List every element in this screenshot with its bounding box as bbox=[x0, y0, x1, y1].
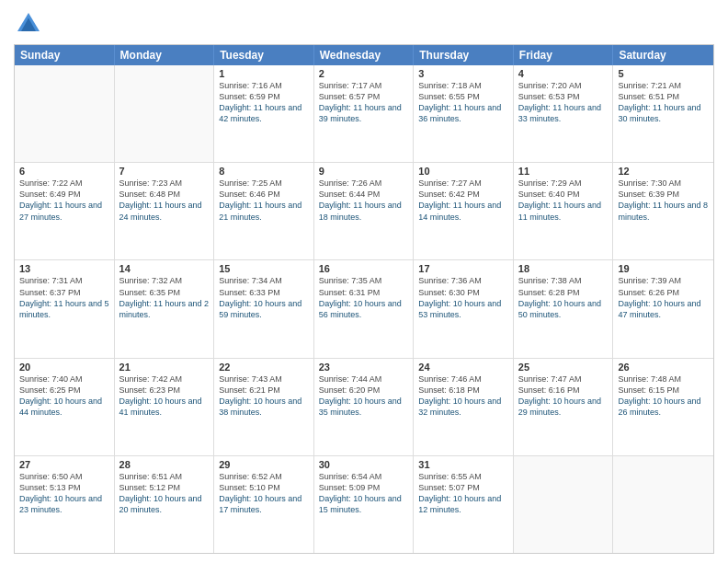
cell-info: Sunrise: 7:34 AMSunset: 6:33 PMDaylight:… bbox=[219, 275, 309, 320]
day-number: 13 bbox=[19, 263, 109, 274]
cell-info: Sunrise: 7:48 AMSunset: 6:15 PMDaylight:… bbox=[618, 373, 709, 419]
cell-info: Sunrise: 7:44 AMSunset: 6:20 PMDaylight:… bbox=[319, 373, 409, 419]
calendar-cell: 26Sunrise: 7:48 AMSunset: 6:15 PMDayligh… bbox=[613, 359, 713, 455]
cell-info: Sunrise: 6:55 AMSunset: 5:07 PMDaylight:… bbox=[418, 471, 508, 516]
day-number: 17 bbox=[418, 263, 508, 274]
cell-info: Sunrise: 7:43 AMSunset: 6:21 PMDaylight:… bbox=[219, 373, 309, 419]
cell-info: Sunrise: 7:30 AMSunset: 6:39 PMDaylight:… bbox=[618, 178, 709, 223]
calendar-cell: 3Sunrise: 7:18 AMSunset: 6:55 PMDaylight… bbox=[414, 65, 514, 162]
day-number: 11 bbox=[518, 166, 609, 177]
day-number: 23 bbox=[319, 362, 409, 373]
calendar-header-cell: Tuesday bbox=[214, 45, 314, 65]
day-number: 6 bbox=[19, 166, 109, 177]
cell-info: Sunrise: 7:17 AMSunset: 6:57 PMDaylight:… bbox=[319, 80, 409, 125]
calendar-cell: 24Sunrise: 7:46 AMSunset: 6:18 PMDayligh… bbox=[414, 359, 514, 455]
day-number: 22 bbox=[219, 362, 309, 373]
day-number: 3 bbox=[418, 68, 508, 79]
calendar: SundayMondayTuesdayWednesdayThursdayFrid… bbox=[14, 44, 714, 554]
calendar-row: 20Sunrise: 7:40 AMSunset: 6:25 PMDayligh… bbox=[15, 358, 713, 455]
day-number: 18 bbox=[518, 263, 609, 274]
logo bbox=[14, 9, 47, 39]
calendar-row: 6Sunrise: 7:22 AMSunset: 6:49 PMDaylight… bbox=[15, 162, 713, 259]
calendar-row: 27Sunrise: 6:50 AMSunset: 5:13 PMDayligh… bbox=[15, 455, 713, 553]
calendar-cell: 7Sunrise: 7:23 AMSunset: 6:48 PMDaylight… bbox=[115, 163, 215, 259]
calendar-cell: 19Sunrise: 7:39 AMSunset: 6:26 PMDayligh… bbox=[613, 260, 713, 357]
day-number: 19 bbox=[618, 263, 709, 274]
calendar-cell: 18Sunrise: 7:38 AMSunset: 6:28 PMDayligh… bbox=[514, 260, 614, 357]
calendar-cell: 9Sunrise: 7:26 AMSunset: 6:44 PMDaylight… bbox=[314, 163, 415, 259]
cell-info: Sunrise: 7:38 AMSunset: 6:28 PMDaylight:… bbox=[518, 275, 609, 320]
cell-info: Sunrise: 7:27 AMSunset: 6:42 PMDaylight:… bbox=[418, 178, 508, 223]
day-number: 5 bbox=[618, 68, 709, 79]
day-number: 15 bbox=[219, 263, 309, 274]
calendar-cell: 10Sunrise: 7:27 AMSunset: 6:42 PMDayligh… bbox=[414, 163, 514, 259]
calendar-cell: 20Sunrise: 7:40 AMSunset: 6:25 PMDayligh… bbox=[15, 359, 115, 455]
day-number: 24 bbox=[418, 362, 508, 373]
calendar-header-cell: Friday bbox=[514, 45, 614, 65]
cell-info: Sunrise: 7:25 AMSunset: 6:46 PMDaylight:… bbox=[219, 178, 309, 223]
logo-icon bbox=[14, 9, 43, 39]
cell-info: Sunrise: 7:40 AMSunset: 6:25 PMDaylight:… bbox=[19, 373, 109, 419]
cell-info: Sunrise: 7:35 AMSunset: 6:31 PMDaylight:… bbox=[319, 275, 409, 320]
calendar-cell: 30Sunrise: 6:54 AMSunset: 5:09 PMDayligh… bbox=[314, 456, 415, 553]
day-number: 26 bbox=[618, 362, 709, 373]
calendar-cell: 5Sunrise: 7:21 AMSunset: 6:51 PMDaylight… bbox=[613, 65, 713, 162]
calendar-cell: 25Sunrise: 7:47 AMSunset: 6:16 PMDayligh… bbox=[514, 359, 614, 455]
day-number: 2 bbox=[319, 68, 409, 79]
cell-info: Sunrise: 7:26 AMSunset: 6:44 PMDaylight:… bbox=[319, 178, 409, 223]
calendar-body: 1Sunrise: 7:16 AMSunset: 6:59 PMDaylight… bbox=[15, 65, 713, 553]
cell-info: Sunrise: 7:23 AMSunset: 6:48 PMDaylight:… bbox=[119, 178, 210, 223]
cell-info: Sunrise: 7:46 AMSunset: 6:18 PMDaylight:… bbox=[418, 373, 508, 419]
calendar-cell bbox=[514, 456, 614, 553]
day-number: 29 bbox=[219, 459, 309, 470]
calendar-row: 1Sunrise: 7:16 AMSunset: 6:59 PMDaylight… bbox=[15, 65, 713, 162]
cell-info: Sunrise: 7:31 AMSunset: 6:37 PMDaylight:… bbox=[19, 275, 109, 320]
day-number: 31 bbox=[418, 459, 508, 470]
calendar-cell: 12Sunrise: 7:30 AMSunset: 6:39 PMDayligh… bbox=[613, 163, 713, 259]
cell-info: Sunrise: 7:29 AMSunset: 6:40 PMDaylight:… bbox=[518, 178, 609, 223]
header bbox=[14, 9, 714, 39]
calendar-cell: 21Sunrise: 7:42 AMSunset: 6:23 PMDayligh… bbox=[115, 359, 215, 455]
day-number: 25 bbox=[518, 362, 609, 373]
day-number: 7 bbox=[119, 166, 210, 177]
cell-info: Sunrise: 7:22 AMSunset: 6:49 PMDaylight:… bbox=[19, 178, 109, 223]
calendar-cell: 11Sunrise: 7:29 AMSunset: 6:40 PMDayligh… bbox=[514, 163, 614, 259]
calendar-cell: 17Sunrise: 7:36 AMSunset: 6:30 PMDayligh… bbox=[414, 260, 514, 357]
cell-info: Sunrise: 6:54 AMSunset: 5:09 PMDaylight:… bbox=[319, 471, 409, 516]
day-number: 8 bbox=[219, 166, 309, 177]
cell-info: Sunrise: 6:52 AMSunset: 5:10 PMDaylight:… bbox=[219, 471, 309, 516]
day-number: 28 bbox=[119, 459, 210, 470]
calendar-header: SundayMondayTuesdayWednesdayThursdayFrid… bbox=[15, 45, 713, 65]
calendar-header-cell: Saturday bbox=[613, 45, 713, 65]
calendar-cell: 22Sunrise: 7:43 AMSunset: 6:21 PMDayligh… bbox=[214, 359, 314, 455]
cell-info: Sunrise: 7:42 AMSunset: 6:23 PMDaylight:… bbox=[119, 373, 210, 419]
day-number: 4 bbox=[518, 68, 609, 79]
calendar-cell: 27Sunrise: 6:50 AMSunset: 5:13 PMDayligh… bbox=[15, 456, 115, 553]
calendar-cell: 29Sunrise: 6:52 AMSunset: 5:10 PMDayligh… bbox=[214, 456, 314, 553]
day-number: 20 bbox=[19, 362, 109, 373]
cell-info: Sunrise: 7:20 AMSunset: 6:53 PMDaylight:… bbox=[518, 80, 609, 125]
day-number: 9 bbox=[319, 166, 409, 177]
day-number: 10 bbox=[418, 166, 508, 177]
day-number: 16 bbox=[319, 263, 409, 274]
cell-info: Sunrise: 7:47 AMSunset: 6:16 PMDaylight:… bbox=[518, 373, 609, 419]
day-number: 30 bbox=[319, 459, 409, 470]
calendar-cell: 28Sunrise: 6:51 AMSunset: 5:12 PMDayligh… bbox=[115, 456, 215, 553]
calendar-cell: 15Sunrise: 7:34 AMSunset: 6:33 PMDayligh… bbox=[214, 260, 314, 357]
calendar-cell: 1Sunrise: 7:16 AMSunset: 6:59 PMDaylight… bbox=[214, 65, 314, 162]
calendar-cell bbox=[115, 65, 215, 162]
calendar-cell bbox=[613, 456, 713, 553]
calendar-cell: 13Sunrise: 7:31 AMSunset: 6:37 PMDayligh… bbox=[15, 260, 115, 357]
calendar-row: 13Sunrise: 7:31 AMSunset: 6:37 PMDayligh… bbox=[15, 259, 713, 357]
calendar-cell: 16Sunrise: 7:35 AMSunset: 6:31 PMDayligh… bbox=[314, 260, 415, 357]
calendar-header-cell: Monday bbox=[115, 45, 215, 65]
day-number: 12 bbox=[618, 166, 709, 177]
day-number: 21 bbox=[119, 362, 210, 373]
calendar-cell: 31Sunrise: 6:55 AMSunset: 5:07 PMDayligh… bbox=[414, 456, 514, 553]
cell-info: Sunrise: 7:32 AMSunset: 6:35 PMDaylight:… bbox=[119, 275, 210, 320]
calendar-cell: 14Sunrise: 7:32 AMSunset: 6:35 PMDayligh… bbox=[115, 260, 215, 357]
calendar-cell: 23Sunrise: 7:44 AMSunset: 6:20 PMDayligh… bbox=[314, 359, 415, 455]
cell-info: Sunrise: 7:21 AMSunset: 6:51 PMDaylight:… bbox=[618, 80, 709, 125]
calendar-header-cell: Sunday bbox=[15, 45, 115, 65]
calendar-header-cell: Thursday bbox=[414, 45, 514, 65]
